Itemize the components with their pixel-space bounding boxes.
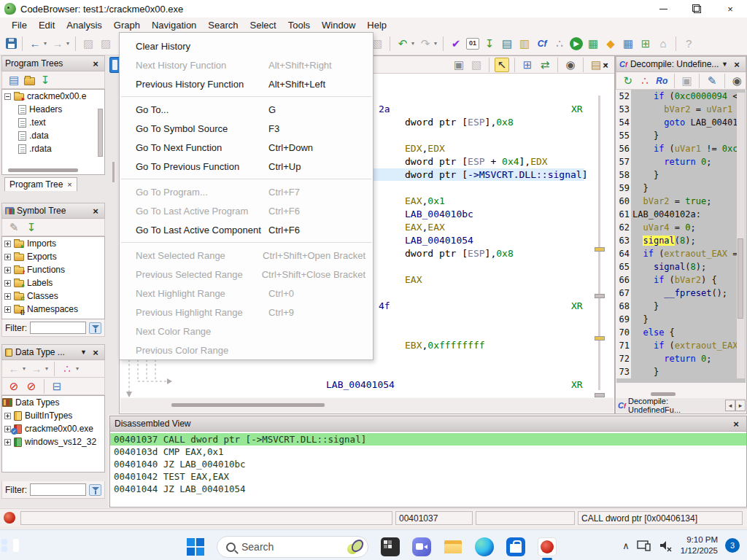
data-types-root[interactable]: Data Types [2,396,104,409]
prev-location-icon[interactable]: ▨ [81,36,96,51]
menu-analysis[interactable]: Analysis [61,18,107,32]
decompile-line[interactable]: 66 if (bVar2) { [616,273,746,287]
menu-window[interactable]: Window [316,18,361,32]
decompile-vscrollbar[interactable] [737,93,745,378]
menu-select[interactable]: Select [244,18,282,32]
data-type-filter-options-icon[interactable] [89,484,101,496]
forward-caret-icon[interactable]: ▾ [45,365,48,372]
decompile-line[interactable]: 59 } [616,182,746,195]
expand-icon[interactable] [4,439,11,446]
listing-line[interactable]: LAB_00401054 [326,378,395,391]
organize-icon[interactable]: ↧ [24,220,39,235]
edit-icon[interactable]: ✎ [705,74,719,88]
xref-label[interactable]: XR [571,103,583,115]
disassembled-row[interactable]: 00401042 TEST EAX,EAX [110,470,746,483]
decompiler-icon[interactable]: Cf [535,36,549,51]
decompile-line[interactable]: 65 signal(8); [616,260,746,273]
program-tree[interactable]: ▸crackme0x00.eHeaders.text.data.rdata [1,89,105,175]
bookmark-icon[interactable]: ◆ [603,36,618,51]
forward-icon[interactable]: → [29,362,44,376]
menu-edit[interactable]: Edit [33,18,61,32]
data-type-manager-menu-icon[interactable]: ▼ [80,349,87,356]
function-graph-icon[interactable]: ∴ [552,36,567,51]
decompile-close-icon[interactable]: × [731,58,743,70]
filter-arrays-icon[interactable]: ⊘ [7,379,21,394]
undo-caret-icon[interactable]: ▾ [411,40,414,47]
expand-icon[interactable] [4,280,11,287]
tree-item-text[interactable]: .text [2,116,104,129]
camera-icon[interactable]: ◉ [730,74,744,88]
menu-item-previous-highlight-range[interactable]: Previous Highlight RangeCtrl+9 [120,303,373,322]
chat-icon[interactable] [412,537,431,556]
scroll-marker[interactable] [595,294,605,298]
menu-item-next-highlight-range[interactable]: Next Highlight RangeCtrl+0 [120,284,373,303]
symbol-tree-item-imports[interactable]: ▲Imports [2,237,104,250]
listing-line[interactable]: EAX [405,273,422,286]
program-tree-tab[interactable]: Program Tree × [4,177,77,191]
menu-item-next-color-range[interactable]: Next Color Range [120,322,373,341]
menu-item-go-to-program[interactable]: Go To Program...Ctrl+F7 [120,182,373,201]
menu-item-previous-selected-range[interactable]: Previous Selected RangeCtrl+Shift+Close … [120,265,373,284]
menu-tools[interactable]: Tools [282,18,316,32]
back-icon[interactable]: ← [28,36,42,51]
symbol-table-icon[interactable]: ⌂ [656,36,670,51]
vertical-splitter[interactable] [108,55,119,414]
symbol-tree-item-functions[interactable]: fFunctions [2,263,104,276]
cast-display-icon[interactable] [637,538,651,553]
decompile-line[interactable]: 73 } [616,365,746,378]
listing-line[interactable]: 4f [379,300,390,312]
next-location-icon[interactable]: ▨ [98,36,113,51]
listing-line[interactable]: dword ptr [ESP],0x8 [405,247,514,260]
disassembled-row[interactable]: 00401040 JZ LAB_004010bc [110,458,746,470]
expand-icon[interactable] [4,306,11,313]
symbol-tree-close-icon[interactable]: × [90,205,101,217]
decompile-line[interactable]: 68 } [616,300,746,313]
back-caret-icon[interactable]: ▾ [44,40,47,47]
decompile-line[interactable]: 55 } [616,129,746,142]
decompile-line[interactable]: 67 __fpreset(); [616,287,746,300]
decompile-line[interactable]: 72 return 0; [616,352,746,365]
undo-icon[interactable]: ↶ [395,36,410,51]
menu-item-go-to-last-active-component[interactable]: Go To Last Active ComponentCtrl+F6 [120,220,373,239]
menu-item-go-to-symbol-source[interactable]: Go To Symbol SourceF3 [120,119,373,138]
menu-item-go-to-previous-function[interactable]: Go To Previous FunctionCtrl+Up [120,157,373,176]
listing-close-icon[interactable]: × [600,59,611,71]
decompile-line[interactable]: 56 if (uVar1 != 0xc0 [616,142,746,155]
store-icon[interactable] [506,537,525,556]
listing-line[interactable]: EBX,0xffffffff [405,339,485,351]
conflict-mode-icon[interactable]: ∴ [60,362,74,376]
program-trees-close-icon[interactable]: × [90,58,101,69]
decompile-line[interactable]: 53 bVar2 = uVar1 = [616,103,746,116]
tray-chevron-up-icon[interactable]: ∧ [622,540,630,551]
forward-caret-icon[interactable]: ▾ [66,40,69,47]
paste-icon[interactable]: ▧ [469,58,484,72]
listing-line[interactable]: EDX,EDX [405,142,445,155]
disassembled-rows[interactable]: 00401037 CALL dword ptr [->MSVCRT.DLL::s… [110,432,746,495]
splitter-handle[interactable] [112,162,115,182]
data-type-tree[interactable]: Data TypesBuiltInTypes✓crackme0x00.exewi… [1,395,105,472]
listing-line[interactable]: dword ptr [ESP],0x8 [405,116,514,128]
bytes-viewer-icon[interactable]: 01 [466,38,479,50]
symbol-filter-input[interactable] [30,322,86,334]
open-folder-icon[interactable] [24,77,35,85]
listing-hscrollbar[interactable] [120,398,614,413]
xref-label[interactable]: XR [571,300,583,312]
redo-caret-icon[interactable]: ▾ [434,40,437,47]
edit-symbol-icon[interactable]: ✎ [7,220,21,235]
help-icon[interactable]: ? [681,36,696,51]
collapse-icon[interactable] [4,93,11,100]
decompile-line[interactable]: 61LAB_0040102a: [616,208,746,221]
data-type-item-windows-vs12-32[interactable]: windows_vs12_32 [2,435,104,448]
expand-icon[interactable] [4,254,11,260]
symbol-tree-item-classes[interactable]: CClasses [2,289,104,303]
symbol-tree[interactable]: ▲ImportsExportsfFunctions●LabelsCClasses… [1,236,105,319]
decompile-tab[interactable]: Decompile: UndefinedFu... [628,397,723,414]
taskbar-search[interactable]: Search [217,536,368,558]
decompile-line[interactable]: 52 if (0xc0000094 < [616,90,746,103]
decompile-line[interactable]: 57 return 0; [616,155,746,168]
menu-item-go-to-next-function[interactable]: Go To Next FunctionCtrl+Down [120,138,373,157]
listing-line[interactable]: dword ptr [->MSVCRT.DLL::signal] [405,168,587,181]
collapse-all-icon[interactable]: ⊟ [50,379,64,394]
file-explorer-icon[interactable] [444,537,462,556]
menu-item-clear-history[interactable]: Clear History [120,36,373,55]
